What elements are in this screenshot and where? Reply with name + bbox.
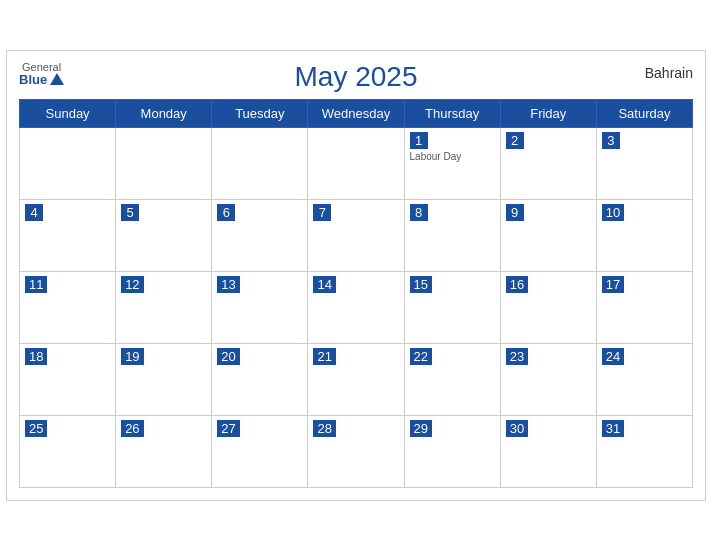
calendar-day-cell [212, 127, 308, 199]
day-number: 4 [25, 204, 43, 221]
day-number: 27 [217, 420, 239, 437]
day-number: 9 [506, 204, 524, 221]
calendar-title: May 2025 [295, 61, 418, 93]
day-number: 11 [25, 276, 47, 293]
day-number: 30 [506, 420, 528, 437]
calendar-week-row: 11121314151617 [20, 271, 693, 343]
calendar-day-cell: 25 [20, 415, 116, 487]
calendar-day-cell [308, 127, 404, 199]
calendar-week-row: 25262728293031 [20, 415, 693, 487]
calendar-day-cell: 14 [308, 271, 404, 343]
day-number: 14 [313, 276, 335, 293]
day-number: 2 [506, 132, 524, 149]
calendar-day-cell: 30 [500, 415, 596, 487]
calendar-day-cell: 18 [20, 343, 116, 415]
calendar-day-cell: 7 [308, 199, 404, 271]
calendar-day-cell: 28 [308, 415, 404, 487]
day-number: 7 [313, 204, 331, 221]
calendar-week-row: 1Labour Day23 [20, 127, 693, 199]
day-number: 24 [602, 348, 624, 365]
logo-triangle-icon [50, 73, 64, 85]
day-number: 31 [602, 420, 624, 437]
calendar-day-cell: 9 [500, 199, 596, 271]
calendar-table: Sunday Monday Tuesday Wednesday Thursday… [19, 99, 693, 488]
header-thursday: Thursday [404, 99, 500, 127]
day-number: 26 [121, 420, 143, 437]
calendar-day-cell: 12 [116, 271, 212, 343]
calendar-day-cell: 27 [212, 415, 308, 487]
calendar-day-cell: 2 [500, 127, 596, 199]
day-number: 28 [313, 420, 335, 437]
calendar-day-cell: 16 [500, 271, 596, 343]
calendar-day-cell: 20 [212, 343, 308, 415]
calendar-day-cell: 21 [308, 343, 404, 415]
calendar-day-cell: 19 [116, 343, 212, 415]
calendar-day-cell: 8 [404, 199, 500, 271]
calendar-day-cell: 31 [596, 415, 692, 487]
calendar-week-row: 18192021222324 [20, 343, 693, 415]
header-saturday: Saturday [596, 99, 692, 127]
calendar-day-cell: 22 [404, 343, 500, 415]
country-label: Bahrain [645, 65, 693, 81]
logo-blue-text: Blue [19, 73, 64, 87]
header-wednesday: Wednesday [308, 99, 404, 127]
day-number: 6 [217, 204, 235, 221]
day-event: Labour Day [410, 151, 495, 162]
day-number: 12 [121, 276, 143, 293]
calendar-day-cell: 3 [596, 127, 692, 199]
header-friday: Friday [500, 99, 596, 127]
calendar-day-cell: 10 [596, 199, 692, 271]
day-number: 20 [217, 348, 239, 365]
calendar-day-cell: 15 [404, 271, 500, 343]
day-number: 1 [410, 132, 428, 149]
day-number: 17 [602, 276, 624, 293]
calendar-week-row: 45678910 [20, 199, 693, 271]
calendar-day-cell [20, 127, 116, 199]
calendar-day-cell: 1Labour Day [404, 127, 500, 199]
day-number: 3 [602, 132, 620, 149]
logo-general-text: General [22, 61, 61, 73]
day-number: 8 [410, 204, 428, 221]
calendar-day-cell: 13 [212, 271, 308, 343]
calendar-day-cell: 4 [20, 199, 116, 271]
header-tuesday: Tuesday [212, 99, 308, 127]
header-sunday: Sunday [20, 99, 116, 127]
calendar-header: General Blue May 2025 Bahrain [19, 61, 693, 93]
day-number: 19 [121, 348, 143, 365]
day-number: 5 [121, 204, 139, 221]
day-number: 13 [217, 276, 239, 293]
header-monday: Monday [116, 99, 212, 127]
calendar-day-cell: 11 [20, 271, 116, 343]
day-number: 16 [506, 276, 528, 293]
calendar-day-cell: 26 [116, 415, 212, 487]
day-number: 22 [410, 348, 432, 365]
calendar-container: General Blue May 2025 Bahrain Sunday Mon… [6, 50, 706, 501]
calendar-day-cell: 23 [500, 343, 596, 415]
calendar-day-cell: 5 [116, 199, 212, 271]
calendar-day-cell: 24 [596, 343, 692, 415]
day-number: 18 [25, 348, 47, 365]
logo: General Blue [19, 61, 64, 87]
day-number: 29 [410, 420, 432, 437]
calendar-day-cell: 29 [404, 415, 500, 487]
day-number: 10 [602, 204, 624, 221]
day-number: 15 [410, 276, 432, 293]
calendar-day-cell: 17 [596, 271, 692, 343]
calendar-day-cell [116, 127, 212, 199]
day-number: 23 [506, 348, 528, 365]
calendar-day-cell: 6 [212, 199, 308, 271]
day-number: 25 [25, 420, 47, 437]
weekday-header-row: Sunday Monday Tuesday Wednesday Thursday… [20, 99, 693, 127]
day-number: 21 [313, 348, 335, 365]
